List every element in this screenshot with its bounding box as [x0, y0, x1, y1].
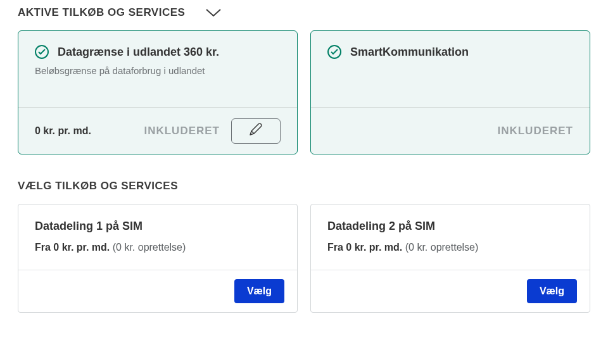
select-card-price: Fra 0 kr. pr. md. (0 kr. oprettelse) — [35, 242, 281, 253]
card-subtitle: Beløbsgrænse på dataforbrug i udlandet — [35, 65, 281, 76]
card-title: Datagrænse i udlandet 360 kr. — [58, 46, 219, 59]
select-section-title: VÆLG TILKØB OG SERVICES — [18, 180, 590, 192]
active-cards: Datagrænse i udlandet 360 kr. Beløbsgræn… — [18, 30, 590, 154]
card-price: 0 kr. pr. md. — [35, 125, 91, 137]
card-title-row: SmartKommunikation — [327, 45, 573, 59]
price-prefix: Fra 0 kr. pr. md. — [35, 242, 110, 253]
check-circle-icon — [35, 45, 49, 59]
price-prefix: Fra 0 kr. pr. md. — [327, 242, 402, 253]
select-card-footer: Vælg — [18, 270, 297, 312]
active-section-title: AKTIVE TILKØB OG SERVICES — [18, 6, 185, 19]
price-suffix: (0 kr. oprettelse) — [113, 242, 186, 253]
active-card: Datagrænse i udlandet 360 kr. Beløbsgræn… — [18, 30, 298, 154]
card-body: Datagrænse i udlandet 360 kr. Beløbsgræn… — [18, 31, 297, 107]
card-footer: INKLUDERET — [311, 107, 590, 154]
card-status: INKLUDERET — [144, 125, 220, 137]
active-section-header[interactable]: AKTIVE TILKØB OG SERVICES — [18, 6, 590, 19]
pencil-icon — [248, 122, 263, 139]
card-body: SmartKommunikation — [311, 31, 590, 107]
select-card-body: Datadeling 1 på SIM Fra 0 kr. pr. md. (0… — [18, 204, 297, 270]
select-card-price: Fra 0 kr. pr. md. (0 kr. oprettelse) — [327, 242, 573, 253]
card-title-row: Datagrænse i udlandet 360 kr. — [35, 45, 281, 59]
price-suffix: (0 kr. oprettelse) — [405, 242, 479, 253]
select-card-title: Datadeling 2 på SIM — [327, 220, 573, 233]
active-card: SmartKommunikation INKLUDERET — [310, 30, 590, 154]
edit-button[interactable] — [231, 118, 281, 144]
select-card-title: Datadeling 1 på SIM — [35, 220, 281, 233]
select-card: Datadeling 2 på SIM Fra 0 kr. pr. md. (0… — [310, 204, 590, 313]
card-footer: 0 kr. pr. md. INKLUDERET — [18, 107, 297, 154]
select-card: Datadeling 1 på SIM Fra 0 kr. pr. md. (0… — [18, 204, 298, 313]
select-card-footer: Vælg — [311, 270, 590, 312]
chevron-down-icon — [205, 8, 222, 17]
choose-button[interactable]: Vælg — [527, 279, 577, 303]
card-title: SmartKommunikation — [350, 46, 469, 59]
choose-button[interactable]: Vælg — [234, 279, 284, 303]
select-cards: Datadeling 1 på SIM Fra 0 kr. pr. md. (0… — [18, 204, 590, 313]
check-circle-icon — [327, 45, 341, 59]
select-card-body: Datadeling 2 på SIM Fra 0 kr. pr. md. (0… — [311, 204, 590, 270]
card-status: INKLUDERET — [497, 125, 573, 137]
